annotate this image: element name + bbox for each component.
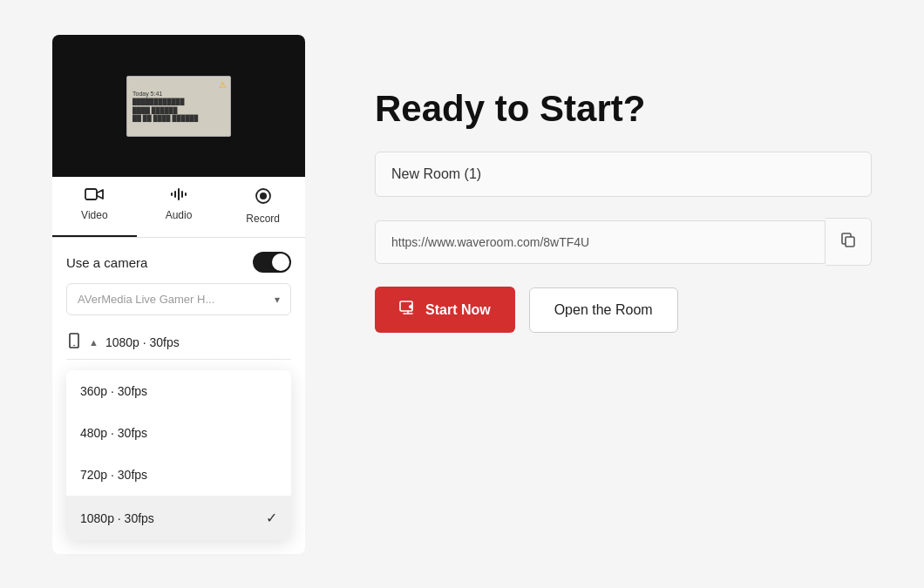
video-preview: ⚠ Today 5:41 ████████████ ████ ██████ ██… xyxy=(52,35,305,177)
svg-point-8 xyxy=(73,345,75,347)
audio-icon xyxy=(170,187,187,206)
warning-icon: ⚠ xyxy=(219,80,227,90)
dropdown-item-720p[interactable]: 720p · 30fps xyxy=(66,454,291,496)
up-arrow-icon: ▲ xyxy=(89,337,99,348)
tabs-bar: Video Audio xyxy=(52,177,305,238)
resolution-row[interactable]: ▲ 1080p · 30fps xyxy=(66,326,291,360)
resolution-720p: 720p · 30fps xyxy=(80,468,147,482)
svg-rect-1 xyxy=(171,193,173,196)
tab-video-label: Video xyxy=(81,209,107,221)
svg-rect-0 xyxy=(85,189,97,199)
room-name-input[interactable] xyxy=(375,152,872,197)
open-room-button[interactable]: Open the Room xyxy=(529,287,678,333)
svg-rect-5 xyxy=(185,193,187,196)
camera-toggle-switch[interactable] xyxy=(253,252,291,273)
tab-audio[interactable]: Audio xyxy=(137,177,221,237)
screen-warning-text: Today 5:41 ████████████ ████ ██████ ██ █… xyxy=(132,90,225,121)
tab-video[interactable]: Video xyxy=(52,177,137,237)
copy-icon xyxy=(839,231,857,253)
chevron-down-icon: ▾ xyxy=(275,294,280,306)
resolution-360p: 360p · 30fps xyxy=(80,384,147,398)
resolution-1080p: 1080p · 30fps xyxy=(80,511,154,525)
left-panel: ⚠ Today 5:41 ████████████ ████ ██████ ██… xyxy=(52,35,305,554)
tab-record[interactable]: Record xyxy=(221,177,305,237)
video-icon xyxy=(85,187,104,206)
resolution-dropdown: 360p · 30fps 480p · 30fps 720p · 30fps 1… xyxy=(66,370,291,540)
url-row xyxy=(375,218,872,266)
svg-rect-3 xyxy=(178,188,180,200)
toggle-knob xyxy=(272,253,289,271)
resolution-label: 1080p · 30fps xyxy=(105,335,180,349)
dropdown-item-360p[interactable]: 360p · 30fps xyxy=(66,370,291,412)
main-layout: ⚠ Today 5:41 ████████████ ████ ██████ ██… xyxy=(0,0,924,588)
dropdown-item-1080p[interactable]: 1080p · 30fps ✓ xyxy=(66,496,291,540)
actions-row: Start Now Open the Room xyxy=(375,287,872,333)
svg-rect-2 xyxy=(174,191,176,198)
camera-toggle-label: Use a camera xyxy=(66,255,147,270)
tab-audio-label: Audio xyxy=(166,209,193,221)
svg-rect-4 xyxy=(181,191,183,198)
tab-record-label: Record xyxy=(246,213,280,225)
camera-toggle-row: Use a camera xyxy=(66,252,291,273)
settings-panel: Use a camera AVerMedia Live Gamer H... ▾ xyxy=(52,238,305,554)
record-icon xyxy=(255,187,272,209)
svg-point-7 xyxy=(260,193,267,199)
start-now-button[interactable]: Start Now xyxy=(375,287,515,333)
right-panel: Ready to Start? xyxy=(375,35,872,333)
start-now-label: Start Now xyxy=(425,302,491,318)
dropdown-item-480p[interactable]: 480p · 30fps xyxy=(66,412,291,454)
open-room-label: Open the Room xyxy=(554,302,653,317)
device-name: AVerMedia Live Gamer H... xyxy=(78,293,214,306)
svg-rect-9 xyxy=(846,237,854,247)
phone-icon xyxy=(66,333,82,352)
copy-url-button[interactable] xyxy=(825,218,872,266)
checkmark-icon: ✓ xyxy=(266,510,277,526)
room-url-input[interactable] xyxy=(375,220,825,264)
resolution-480p: 480p · 30fps xyxy=(80,426,147,440)
screen-share-icon xyxy=(399,301,417,319)
video-screen: ⚠ Today 5:41 ████████████ ████ ██████ ██… xyxy=(126,76,231,137)
device-select[interactable]: AVerMedia Live Gamer H... ▾ xyxy=(66,283,291,315)
page-title: Ready to Start? xyxy=(375,87,872,131)
